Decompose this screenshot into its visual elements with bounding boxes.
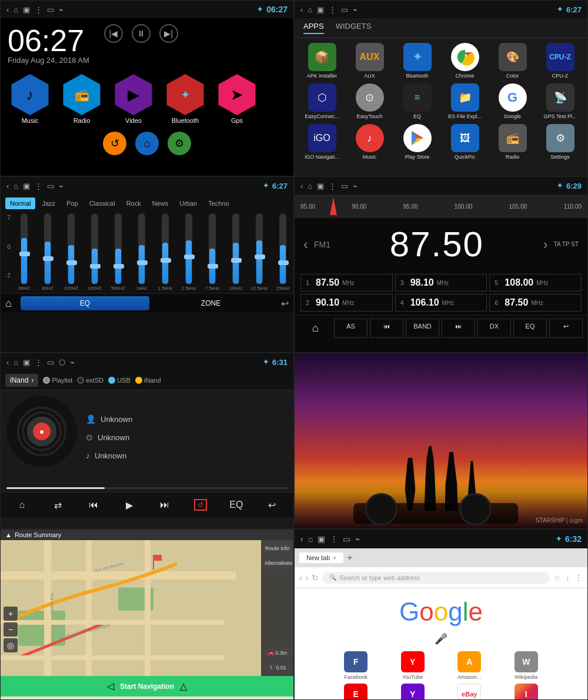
alternatives-btn[interactable]: Alternatives	[263, 557, 292, 570]
preset-3[interactable]: 3 98.10 MHz	[395, 274, 487, 292]
app-bluetooth-drawer[interactable]: ✦ Bluetooth	[396, 43, 439, 79]
eq-band-100hz[interactable]: 100HZ	[60, 213, 82, 291]
radio-as-btn[interactable]: AS	[334, 319, 368, 338]
recent-icon-radio[interactable]: ▣	[317, 182, 324, 190]
shortcut-yahoo[interactable]: Y Yahoo	[386, 684, 440, 700]
bluetooth-hex-icon[interactable]: ✦	[165, 74, 206, 115]
eq-band-1-5khz[interactable]: 1.5kHz	[154, 213, 176, 291]
radio-dx-btn[interactable]: DX	[477, 319, 511, 338]
recent-icon-eq[interactable]: ▣	[23, 182, 30, 190]
radio-home-btn[interactable]: ⌂	[299, 319, 332, 338]
app-music-drawer[interactable]: ♪ Music	[348, 124, 391, 160]
app-radio-drawer[interactable]: 📻 Radio	[491, 124, 534, 160]
music-prev-btn[interactable]: ⏮	[77, 496, 111, 514]
zoom-location-btn[interactable]: ◎	[4, 638, 18, 652]
chrome-new-tab[interactable]: New tab ×	[299, 552, 343, 563]
menu-icon-apps[interactable]: ⋮	[329, 5, 336, 14]
source-inand-option[interactable]: iNand	[135, 377, 161, 384]
freq-down-button[interactable]: ‹	[303, 236, 308, 253]
app-playstore[interactable]: Play Store	[396, 124, 439, 160]
app-music[interactable]: ♪ Music	[6, 74, 54, 124]
eq-back-btn[interactable]: ↩	[281, 298, 289, 309]
recent-icon[interactable]: ▣	[23, 5, 30, 14]
freq-up-button[interactable]: ›	[543, 236, 548, 253]
eq-band-1khz[interactable]: 1kHz	[131, 213, 153, 291]
shuffle-btn[interactable]: ⇄	[41, 496, 75, 514]
app-cpuz[interactable]: CPU-Z CPU-Z	[539, 43, 582, 79]
usb-icon-apps[interactable]: ⌁	[353, 5, 358, 14]
shortcut-wikipedia[interactable]: W Wikipedia	[500, 651, 553, 680]
cast-icon-music[interactable]: ▭	[47, 358, 54, 367]
google-mic-icon[interactable]: 🎤	[435, 632, 447, 645]
app-igo[interactable]: iGO iGO Navigati...	[300, 124, 343, 160]
radio-eq-btn[interactable]: EQ	[513, 319, 547, 338]
preset-6[interactable]: 6 87.50 MHz	[489, 294, 582, 312]
home-icon-radio[interactable]: ⌂	[308, 182, 312, 190]
radio-next-btn[interactable]: ⏭	[442, 319, 475, 338]
music-next-btn[interactable]: ⏭	[148, 496, 182, 514]
distance-2-btn[interactable]: 🚶 0.01	[263, 661, 292, 674]
app-eq-drawer[interactable]: ≡ EQ	[396, 83, 439, 119]
app-quickpic[interactable]: 🖼 QuickPic	[443, 124, 486, 160]
tab-apps[interactable]: APPS	[303, 22, 324, 34]
browser-back-btn[interactable]: ‹	[299, 573, 302, 582]
app-chrome[interactable]: Chrome	[443, 43, 486, 79]
start-navigation-btn[interactable]: Start Navigation	[120, 682, 174, 691]
app-color[interactable]: 🎨 Color	[491, 43, 534, 79]
preset-2[interactable]: 2 90.10 MHz	[300, 294, 393, 312]
back-icon-apps[interactable]: ‹	[300, 5, 303, 14]
back-icon-music[interactable]: ‹	[6, 358, 9, 367]
preset-1[interactable]: 1 87.50 MHz	[300, 274, 393, 292]
source-playlist-option[interactable]: Playlist	[43, 377, 72, 384]
shortcut-youtube[interactable]: Y YouTube	[386, 651, 440, 680]
shortcut-espn[interactable]: E ESPN.com	[329, 684, 383, 700]
music-play-btn[interactable]: ▶	[112, 496, 146, 514]
usb-icon-music[interactable]: ⬡	[59, 358, 65, 367]
bookmark-icon[interactable]: ☆	[553, 573, 561, 582]
radio-prev-btn[interactable]: ⏮	[370, 319, 403, 338]
app-esfile[interactable]: 📁 ES File Expl...	[443, 83, 486, 119]
home-icon-eq[interactable]: ⌂	[14, 182, 18, 190]
usb2-icon-music[interactable]: ⌁	[70, 358, 75, 367]
music-eq-btn[interactable]: EQ	[220, 496, 253, 514]
menu-icon-music[interactable]: ⋮	[35, 358, 42, 367]
eq-band-500hz[interactable]: 500HZ	[107, 213, 129, 291]
eq-band-2-5khz[interactable]: 2.5kHz	[178, 213, 200, 291]
back-icon-radio[interactable]: ‹	[300, 182, 303, 190]
shortcut-instagram[interactable]: I Instagram	[500, 684, 553, 700]
music-source-label[interactable]: iNand ›	[5, 374, 38, 387]
eq-band-120hz[interactable]: 120HZ	[83, 213, 106, 291]
recent-icon-apps[interactable]: ▣	[317, 5, 324, 14]
radio-hex-icon[interactable]: 📻	[61, 74, 102, 115]
eq-preset-pop[interactable]: Pop	[62, 197, 83, 209]
eq-band-7-5khz[interactable]: 7.5kHz	[201, 213, 223, 291]
app-google[interactable]: G Google	[491, 83, 534, 119]
app-video[interactable]: ▶ Video	[110, 74, 157, 124]
gps-hex-icon[interactable]: ➤	[216, 74, 258, 115]
download-icon[interactable]: ↓	[566, 573, 570, 582]
recent-icon-chrome[interactable]: ▣	[318, 534, 325, 544]
eq-band-60hz[interactable]: 60HZ	[13, 213, 35, 291]
prev-track-button[interactable]: |◀	[104, 24, 123, 43]
home-icon[interactable]: ⌂	[14, 5, 18, 14]
app-gps[interactable]: ➤ Gps	[213, 74, 260, 124]
eq-preset-techno[interactable]: Techno	[203, 197, 233, 209]
eq-home-btn[interactable]: ⌂	[5, 297, 12, 310]
menu-icon-radio[interactable]: ⋮	[329, 182, 336, 190]
eq-eq-button[interactable]: EQ	[21, 296, 149, 310]
eq-preset-news[interactable]: News	[148, 197, 173, 209]
next-track-button[interactable]: ▶|	[159, 24, 178, 43]
app-radio[interactable]: 📻 Radio	[58, 74, 105, 124]
usb-icon-eq[interactable]: ⌁	[59, 182, 64, 190]
shortcut-ebay[interactable]: eBay eBay	[443, 684, 496, 700]
recent-icon-music[interactable]: ▣	[23, 358, 30, 367]
app-settings-drawer[interactable]: ⚙ Settings	[539, 124, 582, 160]
eq-band-15khz[interactable]: 15kHz	[272, 213, 294, 291]
radio-band-btn[interactable]: BAND	[406, 319, 439, 338]
source-usb-option[interactable]: USB	[108, 377, 131, 384]
music-hex-icon[interactable]: ♪	[9, 74, 51, 115]
app-apk-installer[interactable]: 📦 APK installer	[300, 43, 343, 79]
menu-icon-eq[interactable]: ⋮	[35, 182, 42, 190]
app-bluetooth[interactable]: ✦ Bluetooth	[162, 74, 209, 124]
zoom-in-btn[interactable]: +	[4, 607, 18, 621]
